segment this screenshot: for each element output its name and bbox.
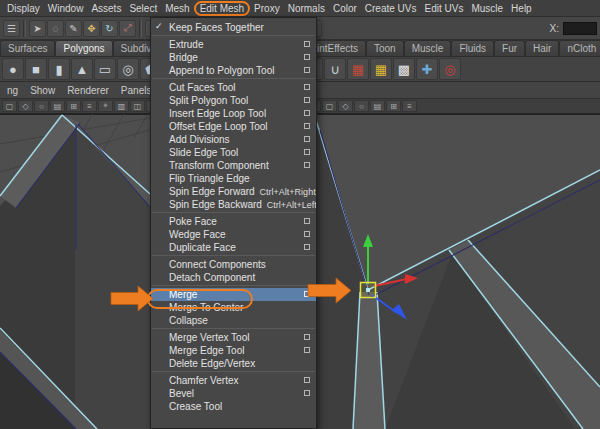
panel-toolbar-icon[interactable]: ◇ — [18, 100, 33, 112]
menu-item-keep-faces-together[interactable]: ✓Keep Faces Together — [151, 21, 316, 34]
select-tool-icon[interactable]: ➤ — [29, 20, 46, 37]
menu-item-merge-edge-tool[interactable]: Merge Edge Tool — [151, 344, 316, 357]
option-box-icon[interactable] — [304, 54, 310, 60]
panel-toolbar-icon[interactable]: ▤ — [370, 100, 385, 112]
option-box-icon[interactable] — [304, 231, 310, 237]
option-box-icon[interactable] — [304, 149, 310, 155]
shelf-tab-ncloth[interactable]: nCloth — [559, 40, 600, 56]
menu-item-append-to-polygon-tool[interactable]: Append to Polygon Tool — [151, 64, 316, 77]
menubar-item-normals[interactable]: Normals — [284, 1, 329, 16]
option-box-icon[interactable] — [304, 84, 310, 90]
poly-cylinder-icon[interactable]: ▮ — [48, 58, 70, 80]
panel-toolbar-icon[interactable]: ⊞ — [66, 100, 81, 112]
shelf-tab-fluids[interactable]: Fluids — [451, 40, 494, 56]
menu-item-delete-edge-vertex[interactable]: Delete Edge/Vertex — [151, 357, 316, 370]
menubar-item-proxy[interactable]: Proxy — [250, 1, 284, 16]
menu-item-transform-component[interactable]: Transform Component — [151, 159, 316, 172]
menu-item-connect-components[interactable]: Connect Components — [151, 258, 316, 271]
option-box-icon[interactable] — [304, 334, 310, 340]
menubar-item-assets[interactable]: Assets — [87, 1, 125, 16]
option-box-icon[interactable] — [304, 67, 310, 73]
x-coordinate-input[interactable] — [563, 22, 597, 35]
menu-item-collapse[interactable]: Collapse — [151, 314, 316, 327]
poly-cone-icon[interactable]: ▲ — [71, 58, 93, 80]
option-box-icon[interactable] — [304, 97, 310, 103]
menu-item-add-divisions[interactable]: Add Divisions — [151, 133, 316, 146]
shelf-tab-fur[interactable]: Fur — [494, 40, 525, 56]
paint-select-tool-icon[interactable]: ✎ — [65, 20, 82, 37]
option-box-icon[interactable] — [304, 244, 310, 250]
option-box-icon[interactable] — [304, 110, 310, 116]
panel-toolbar-icon[interactable]: ◇ — [338, 100, 353, 112]
menubar-item-edit-uvs[interactable]: Edit UVs — [421, 1, 468, 16]
panel-toolbar-icon[interactable]: ⊞ — [386, 100, 401, 112]
menubar-item-select[interactable]: Select — [125, 1, 161, 16]
panel-toolbar-icon[interactable]: ≡ — [82, 100, 97, 112]
menu-item-offset-edge-loop-tool[interactable]: Offset Edge Loop Tool — [151, 120, 316, 133]
panel-toolbar-icon[interactable]: ▢ — [2, 100, 17, 112]
menubar-item-mesh[interactable]: Mesh — [161, 1, 193, 16]
panel-toolbar-icon[interactable]: ▥ — [114, 100, 129, 112]
move-tool-icon[interactable]: ✥ — [83, 20, 100, 37]
uv-cross-icon[interactable]: ✚ — [416, 58, 438, 80]
poly-sphere-icon[interactable]: ● — [2, 58, 24, 80]
menu-item-slide-edge-tool[interactable]: Slide Edge Tool — [151, 146, 316, 159]
shelf-tab-muscle[interactable]: Muscle — [404, 40, 452, 56]
panel-toolbar-icon[interactable]: ▤ — [50, 100, 65, 112]
panel-toolbar-icon[interactable]: ⌖ — [98, 100, 113, 112]
menu-item-poke-face[interactable]: Poke Face — [151, 215, 316, 228]
menu-item-bridge[interactable]: Bridge — [151, 51, 316, 64]
shelf-tab-polygons[interactable]: Polygons — [55, 40, 112, 56]
menu-item-spin-edge-forward[interactable]: Spin Edge ForwardCtrl+Alt+Right — [151, 185, 316, 198]
option-box-icon[interactable] — [304, 377, 310, 383]
menu-item-wedge-face[interactable]: Wedge Face — [151, 228, 316, 241]
menubar-item-help[interactable]: Help — [507, 1, 536, 16]
option-box-icon[interactable] — [304, 162, 310, 168]
panel-menubar-item-renderer[interactable]: Renderer — [61, 84, 115, 97]
smooth-icon[interactable]: ∪ — [324, 58, 346, 80]
menubar-item-color[interactable]: Color — [329, 1, 361, 16]
menubar-item-display[interactable]: Display — [3, 1, 44, 16]
option-box-icon[interactable] — [304, 291, 310, 297]
menubar-item-window[interactable]: Window — [44, 1, 88, 16]
menubar-item-edit-mesh[interactable]: Edit Mesh — [194, 1, 250, 16]
poly-plane-icon[interactable]: ▭ — [94, 58, 116, 80]
panel-toolbar-icon[interactable]: ○ — [354, 100, 369, 112]
checker-bw-icon[interactable]: ▩ — [393, 58, 415, 80]
menu-item-split-polygon-tool[interactable]: Split Polygon Tool — [151, 94, 316, 107]
menu-item-duplicate-face[interactable]: Duplicate Face — [151, 241, 316, 254]
checker-yellow-icon[interactable]: ▦ — [370, 58, 392, 80]
panel-toolbar-icon[interactable]: ▢ — [322, 100, 337, 112]
shelf-tab-hair[interactable]: Hair — [525, 40, 559, 56]
option-box-icon[interactable] — [304, 218, 310, 224]
option-box-icon[interactable] — [304, 390, 310, 396]
menu-item-chamfer-vertex[interactable]: Chamfer Vertex — [151, 374, 316, 387]
menu-item-spin-edge-backward[interactable]: Spin Edge BackwardCtrl+Alt+Left — [151, 198, 316, 211]
scale-tool-icon[interactable]: ⤢ — [119, 20, 136, 37]
lasso-tool-icon[interactable]: ◌ — [47, 20, 64, 37]
menu-item-detach-component[interactable]: Detach Component — [151, 271, 316, 284]
panel-toolbar-icon[interactable]: ◫ — [130, 100, 145, 112]
poly-cube-icon[interactable]: ■ — [25, 58, 47, 80]
panel-toolbar-icon[interactable]: ○ — [34, 100, 49, 112]
shelf-tab-toon[interactable]: Toon — [366, 40, 404, 56]
poly-torus-icon[interactable]: ◎ — [117, 58, 139, 80]
menubar-item-muscle[interactable]: Muscle — [467, 1, 507, 16]
menu-item-flip-triangle-edge[interactable]: Flip Triangle Edge — [151, 172, 316, 185]
option-box-icon[interactable] — [304, 41, 310, 47]
panel-toolbar-icon[interactable]: ≡ — [402, 100, 417, 112]
menu-item-merge-vertex-tool[interactable]: Merge Vertex Tool — [151, 331, 316, 344]
rotate-tool-icon[interactable]: ↻ — [101, 20, 118, 37]
shelf-toggle-icon[interactable]: ☰ — [3, 20, 20, 37]
menu-item-extrude[interactable]: Extrude — [151, 38, 316, 51]
option-box-icon[interactable] — [304, 347, 310, 353]
menu-item-cut-faces-tool[interactable]: Cut Faces Tool — [151, 81, 316, 94]
panel-menubar-item-ng[interactable]: ng — [1, 84, 24, 97]
checker-red-icon[interactable]: ▦ — [347, 58, 369, 80]
menu-item-crease-tool[interactable]: Crease Tool — [151, 400, 316, 413]
menu-item-insert-edge-loop-tool[interactable]: Insert Edge Loop Tool — [151, 107, 316, 120]
panel-menubar-item-show[interactable]: Show — [24, 84, 61, 97]
menubar-item-create-uvs[interactable]: Create UVs — [361, 1, 421, 16]
menu-item-merge[interactable]: Merge — [151, 288, 316, 301]
option-box-icon[interactable] — [304, 123, 310, 129]
